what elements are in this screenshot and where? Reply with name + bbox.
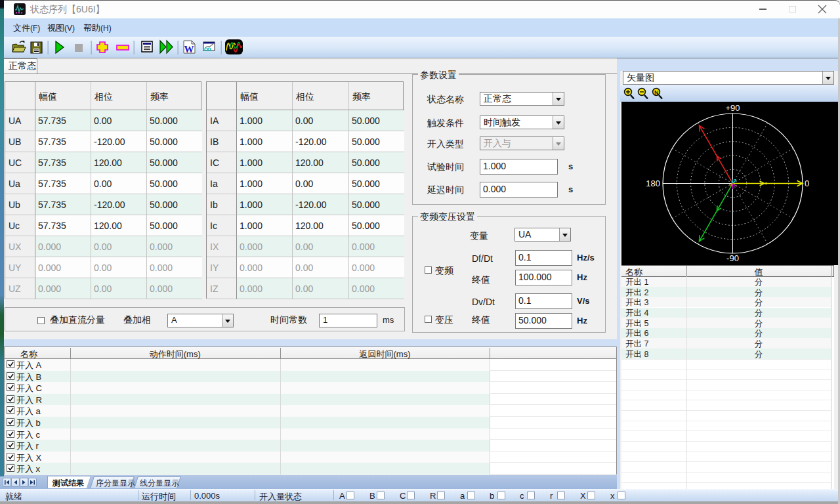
svg-text:180: 180 (646, 178, 660, 188)
svg-text:-90: -90 (726, 253, 739, 263)
svg-text:+90: +90 (725, 103, 740, 113)
svg-text:0: 0 (805, 178, 809, 188)
svg-text:W: W (184, 44, 194, 54)
svg-text:N: N (654, 89, 659, 96)
